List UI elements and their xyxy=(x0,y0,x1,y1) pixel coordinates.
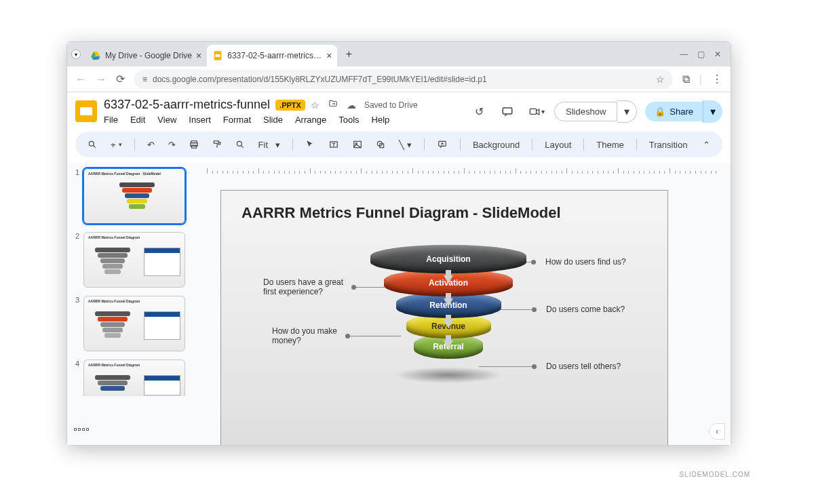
menu-view[interactable]: View xyxy=(157,115,176,125)
url-text: docs.google.com/presentation/d/155Kly8RL… xyxy=(153,75,651,84)
maximize-icon[interactable]: ▢ xyxy=(697,50,705,59)
thumb-number: 3 xyxy=(74,296,79,304)
transition-button[interactable]: Transition xyxy=(645,137,692,153)
horizontal-ruler xyxy=(207,163,717,174)
menu-edit[interactable]: Edit xyxy=(130,115,145,125)
address-bar: ← → ⟳ ≡ docs.google.com/presentation/d/1… xyxy=(67,66,731,92)
theme-button[interactable]: Theme xyxy=(592,137,627,153)
zoom-button[interactable] xyxy=(231,137,249,152)
callout-activation: Do users have a great first experience? xyxy=(263,277,385,296)
share-label: Share xyxy=(670,106,693,117)
pptx-badge: .PPTX xyxy=(275,100,305,111)
print-button[interactable] xyxy=(185,137,203,152)
close-icon[interactable]: × xyxy=(196,51,201,60)
cloud-saved-icon[interactable]: ☁ xyxy=(347,100,356,111)
callout-acquisition: How do users find us? xyxy=(509,257,626,267)
slides-logo-icon[interactable] xyxy=(75,100,97,122)
workspace: 1 AARRR Metrics Funnel Diagram - SlideMo… xyxy=(67,163,731,445)
line-tool[interactable]: ╲ ▾ xyxy=(395,137,416,153)
background-button[interactable]: Background xyxy=(469,137,524,153)
redo-button[interactable]: ↷ xyxy=(164,137,180,153)
thumb-number: 2 xyxy=(74,232,79,240)
hide-menus-button[interactable]: ‹ xyxy=(709,423,725,440)
window-controls: — ▢ ✕ xyxy=(680,50,731,59)
collapse-toolbar-icon[interactable]: ⌃ xyxy=(699,137,714,153)
forward-button[interactable]: → xyxy=(96,73,106,85)
slide-title-text: AARRR Metrics Funnel Diagram - SlideMode… xyxy=(241,204,561,222)
slideshow-button[interactable]: Slideshow xyxy=(554,102,617,121)
star-icon[interactable]: ☆ xyxy=(311,100,319,111)
move-icon[interactable] xyxy=(328,99,338,111)
browser-menu-icon[interactable]: ⋮ xyxy=(712,73,722,85)
image-tool[interactable] xyxy=(349,137,366,152)
browser-tab-drive-label: My Drive - Google Drive xyxy=(105,51,192,60)
slide-thumbnail-1[interactable]: AARRR Metrics Funnel Diagram - SlideMode… xyxy=(83,168,185,224)
menu-insert[interactable]: Insert xyxy=(189,115,211,125)
slide-thumbnail-2[interactable]: AARRR Metrics Funnel Diagram xyxy=(83,232,185,288)
new-tab-button[interactable]: + xyxy=(340,45,357,63)
drive-icon xyxy=(90,50,101,61)
url-input[interactable]: ≡ docs.google.com/presentation/d/155Kly8… xyxy=(134,70,673,89)
svg-point-7 xyxy=(89,141,94,146)
search-menus-icon[interactable] xyxy=(83,137,101,152)
history-icon[interactable]: ↺ xyxy=(469,102,489,122)
slideshow-dropdown[interactable]: ▾ xyxy=(617,100,637,123)
thumb-number: 4 xyxy=(74,360,79,368)
callout-retention: Do users come back? xyxy=(492,305,625,314)
current-slide[interactable]: AARRR Metrics Funnel Diagram - SlideMode… xyxy=(220,190,668,445)
menu-arrange[interactable]: Arrange xyxy=(295,115,326,125)
browser-tab-slides-label: 6337-02-5-aarrr-metrics-funnel xyxy=(227,51,322,60)
undo-button[interactable]: ↶ xyxy=(143,137,159,153)
browser-tab-slides[interactable]: 6337-02-5-aarrr-metrics-funnel × xyxy=(207,45,337,66)
grid-view-button[interactable] xyxy=(74,422,89,437)
menu-bar: File Edit View Insert Format Slide Arran… xyxy=(104,115,462,129)
share-dropdown[interactable]: ▾ xyxy=(703,100,722,123)
svg-point-12 xyxy=(237,141,241,146)
minimize-icon[interactable]: — xyxy=(680,50,688,59)
shape-tool[interactable] xyxy=(372,137,389,152)
reload-button[interactable]: ⟳ xyxy=(116,73,125,85)
canvas-area[interactable]: AARRR Metrics Funnel Diagram - SlideMode… xyxy=(193,163,731,445)
zoom-select[interactable]: Fit ▾ xyxy=(254,137,285,153)
callout-referral: Do users tell others? xyxy=(479,362,621,371)
select-tool[interactable] xyxy=(301,137,319,152)
textbox-tool[interactable] xyxy=(324,137,343,152)
svg-rect-11 xyxy=(214,141,218,144)
comments-icon[interactable] xyxy=(497,102,518,122)
paint-format-button[interactable] xyxy=(208,137,226,152)
funnel-layer-acquisition: Acquisition xyxy=(370,245,526,273)
menu-tools[interactable]: Tools xyxy=(338,115,359,125)
slide-thumbnail-panel: 1 AARRR Metrics Funnel Diagram - SlideMo… xyxy=(67,163,193,445)
svg-rect-4 xyxy=(216,54,220,57)
layout-button[interactable]: Layout xyxy=(541,137,575,153)
saved-status: Saved to Drive xyxy=(364,100,418,110)
share-button[interactable]: 🔒 Share xyxy=(645,102,703,121)
menu-slide[interactable]: Slide xyxy=(263,115,283,125)
close-icon[interactable]: × xyxy=(326,51,332,60)
slides-app: 6337-02-5-aarrr-metrics-funnel .PPTX ☆ ☁… xyxy=(67,92,731,445)
extensions-icon[interactable]: ⧉ xyxy=(682,73,690,85)
slide-thumbnail-3[interactable]: AARRR Metrics Funnel Diagram xyxy=(83,296,185,351)
menu-format[interactable]: Format xyxy=(223,115,251,125)
comment-add-button[interactable] xyxy=(433,137,452,152)
back-button[interactable]: ← xyxy=(75,73,86,85)
bookmark-icon[interactable]: ☆ xyxy=(656,74,665,85)
menu-help[interactable]: Help xyxy=(372,115,390,125)
toolbar: + ▾ ↶ ↷ Fit ▾ ╲ ▾ Background Layout Them… xyxy=(75,132,722,157)
lock-icon: 🔒 xyxy=(655,106,665,117)
svg-rect-6 xyxy=(530,109,536,114)
new-slide-button[interactable]: + ▾ xyxy=(106,137,126,153)
tab-search-icon[interactable]: ▾ xyxy=(71,50,81,59)
site-info-icon[interactable]: ≡ xyxy=(142,75,147,84)
browser-window: ▾ My Drive - Google Drive × 6337-02-5-aa… xyxy=(66,41,731,446)
svg-rect-5 xyxy=(503,108,512,114)
slides-file-icon xyxy=(212,50,223,61)
close-window-icon[interactable]: ✕ xyxy=(714,50,721,59)
menu-file[interactable]: File xyxy=(104,115,118,125)
browser-tab-drive[interactable]: My Drive - Google Drive × xyxy=(85,45,207,66)
doc-title[interactable]: 6337-02-5-aarrr-metrics-funnel xyxy=(104,98,270,112)
slide-thumbnail-4[interactable]: AARRR Metrics Funnel Diagram xyxy=(83,360,185,396)
callout-revenue: How do you make money? xyxy=(272,326,401,345)
meet-icon[interactable]: ▾ xyxy=(526,102,546,122)
docs-header: 6337-02-5-aarrr-metrics-funnel .PPTX ☆ ☁… xyxy=(67,92,731,129)
